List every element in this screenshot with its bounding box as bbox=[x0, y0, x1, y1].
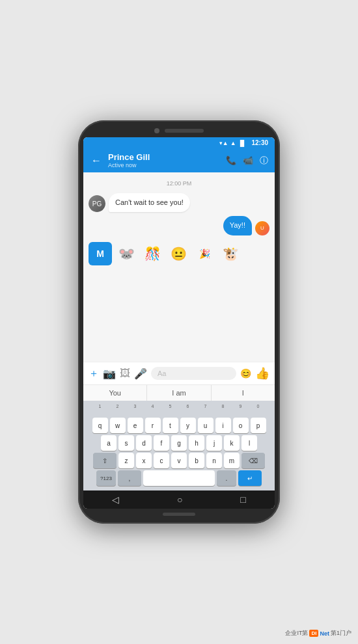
contact-avatar: PG bbox=[89, 195, 105, 212]
key-i[interactable]: i bbox=[215, 418, 231, 433]
key-a[interactable]: a bbox=[101, 435, 117, 451]
sticker-cake[interactable]: 🎊 bbox=[141, 242, 164, 265]
key-p[interactable]: p bbox=[251, 418, 266, 433]
phone-top-decoration bbox=[83, 128, 275, 133]
like-button[interactable]: 👍 bbox=[255, 366, 269, 381]
keyboard-row-3: ⇧ z x c v b n m ⌫ bbox=[85, 453, 273, 468]
contact-status: Active now bbox=[108, 162, 221, 168]
bottom-navigation: ◁ ○ □ bbox=[83, 490, 275, 509]
key-u[interactable]: u bbox=[198, 418, 213, 433]
sticker-cow[interactable]: 🐮 bbox=[219, 242, 242, 265]
status-bar: ▾▲ ▲ ▐▌ 12:30 bbox=[83, 137, 275, 148]
key-b[interactable]: b bbox=[189, 453, 204, 468]
key-j[interactable]: j bbox=[206, 435, 222, 451]
wifi-icon: ▾▲ bbox=[219, 140, 228, 146]
mic-icon[interactable]: 🎤 bbox=[134, 368, 147, 380]
nav-recent-button[interactable]: □ bbox=[240, 494, 245, 505]
watermark-prefix: 企业IT第 bbox=[285, 629, 308, 637]
key-n[interactable]: n bbox=[206, 453, 222, 468]
key-l[interactable]: l bbox=[241, 435, 257, 451]
camera-icon[interactable]: 📷 bbox=[103, 368, 116, 380]
page-background: ▾▲ ▲ ▐▌ 12:30 ← Prince Gill Active now 📞… bbox=[0, 0, 358, 644]
key-period[interactable]: . bbox=[217, 470, 236, 486]
message-row-received: PG Can't wait to see you! bbox=[89, 193, 269, 212]
header-icons: 📞 📹 ⓘ bbox=[226, 155, 268, 167]
signal-icon: ▲ bbox=[230, 140, 236, 146]
sticker-mouse[interactable]: 🐭 bbox=[115, 242, 138, 265]
key-c[interactable]: c bbox=[154, 453, 169, 468]
contact-name: Prince Gill bbox=[108, 152, 221, 162]
sticker-row: M 🐭 🎊 😐 🎉 🐮 bbox=[89, 239, 269, 268]
input-toolbar: ＋ 📷 🖼 🎤 Aa 😊 👍 bbox=[83, 362, 275, 384]
sticker-celebration[interactable]: 🎉 bbox=[193, 242, 216, 265]
text-input-wrapper[interactable]: Aa bbox=[151, 367, 236, 380]
key-shift[interactable]: ⇧ bbox=[93, 453, 117, 468]
key-d[interactable]: d bbox=[136, 435, 152, 451]
key-y[interactable]: y bbox=[180, 418, 196, 433]
phone-bottom-decoration bbox=[83, 513, 275, 516]
keyboard: 1 2 3 4 5 6 7 8 9 0 q w e r t bbox=[83, 401, 275, 490]
autocomplete-you[interactable]: You bbox=[83, 385, 147, 401]
key-f[interactable]: f bbox=[154, 435, 169, 451]
received-bubble: Can't wait to see you! bbox=[109, 193, 190, 212]
key-v[interactable]: v bbox=[171, 453, 187, 468]
phone-camera bbox=[154, 128, 159, 133]
emoji-button[interactable]: 😊 bbox=[240, 368, 251, 379]
plus-icon[interactable]: ＋ bbox=[89, 367, 99, 381]
number-hints-row: 1 2 3 4 5 6 7 8 9 0 bbox=[85, 403, 273, 416]
key-h[interactable]: h bbox=[189, 435, 204, 451]
key-comma[interactable]: , bbox=[118, 470, 141, 486]
key-r[interactable]: r bbox=[145, 418, 161, 433]
watermark-brand: DI bbox=[309, 630, 318, 637]
phone-device: ▾▲ ▲ ▐▌ 12:30 ← Prince Gill Active now 📞… bbox=[78, 120, 280, 524]
key-t[interactable]: t bbox=[163, 418, 178, 433]
text-input-placeholder: Aa bbox=[158, 369, 166, 377]
contact-info: Prince Gill Active now bbox=[108, 152, 221, 168]
keyboard-row-4: ?123 , . ↵ bbox=[85, 470, 273, 486]
status-time: 12:30 bbox=[251, 139, 268, 146]
key-backspace[interactable]: ⌫ bbox=[241, 453, 265, 468]
keyboard-row-2: a s d f g h j k l bbox=[85, 435, 273, 451]
watermark: 企业IT第 DI Net 第1门户 bbox=[285, 629, 351, 637]
key-k[interactable]: k bbox=[224, 435, 240, 451]
chat-area: 12:00 PM PG Can't wait to see you! Yay!!… bbox=[83, 172, 275, 362]
key-o[interactable]: o bbox=[233, 418, 249, 433]
phone-screen: ▾▲ ▲ ▐▌ 12:30 ← Prince Gill Active now 📞… bbox=[83, 137, 275, 509]
chat-timestamp: 12:00 PM bbox=[89, 180, 269, 187]
sticker-messenger[interactable]: M bbox=[89, 242, 112, 265]
phone-speaker bbox=[165, 129, 204, 133]
nav-home-button[interactable]: ○ bbox=[177, 494, 182, 505]
message-row-sent: Yay!! U bbox=[89, 216, 269, 235]
key-w[interactable]: w bbox=[110, 418, 126, 433]
watermark-suffix: Net bbox=[320, 630, 329, 637]
app-header: ← Prince Gill Active now 📞 📹 ⓘ bbox=[83, 148, 275, 172]
info-icon[interactable]: ⓘ bbox=[260, 155, 268, 167]
key-number-switch[interactable]: ?123 bbox=[96, 470, 116, 486]
nav-back-button[interactable]: ◁ bbox=[112, 494, 119, 505]
key-m[interactable]: m bbox=[224, 453, 240, 468]
key-s[interactable]: s bbox=[118, 435, 134, 451]
autocomplete-iam[interactable]: I am bbox=[147, 385, 211, 401]
key-g[interactable]: g bbox=[171, 435, 187, 451]
phone-bottom-speaker bbox=[163, 513, 195, 516]
status-icons: ▾▲ ▲ ▐▌ bbox=[219, 140, 247, 146]
autocomplete-i[interactable]: I bbox=[212, 385, 275, 401]
autocomplete-bar: You I am I bbox=[83, 384, 275, 401]
avatar-image: PG bbox=[89, 195, 105, 212]
key-q[interactable]: q bbox=[92, 418, 108, 433]
key-x[interactable]: x bbox=[136, 453, 152, 468]
keyboard-row-1: q w e r t y u i o p bbox=[85, 418, 273, 433]
call-icon[interactable]: 📞 bbox=[226, 155, 236, 165]
user-avatar: U bbox=[255, 221, 269, 235]
key-space[interactable] bbox=[143, 470, 215, 486]
watermark-tagline: 第1门户 bbox=[331, 629, 351, 637]
key-enter[interactable]: ↵ bbox=[238, 470, 262, 486]
sticker-minion[interactable]: 😐 bbox=[167, 242, 190, 265]
key-z[interactable]: z bbox=[118, 453, 134, 468]
battery-icon: ▐▌ bbox=[238, 140, 247, 146]
key-e[interactable]: e bbox=[128, 418, 143, 433]
sent-bubble: Yay!! bbox=[223, 216, 252, 235]
back-button[interactable]: ← bbox=[90, 154, 103, 168]
photo-icon[interactable]: 🖼 bbox=[120, 368, 130, 379]
video-icon[interactable]: 📹 bbox=[243, 155, 253, 165]
